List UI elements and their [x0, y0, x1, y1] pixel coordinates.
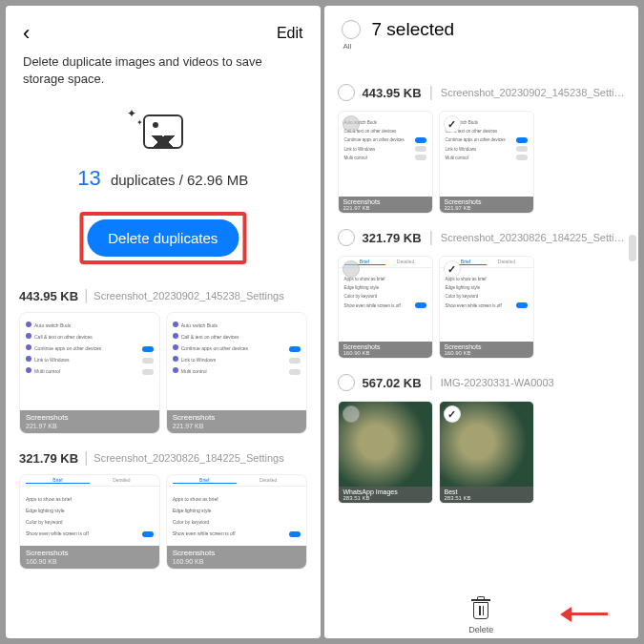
thumbnail[interactable]: Auto switch Buds Call & text on other de…: [439, 111, 534, 214]
group-header: 567.02 KB | IMG-20230331-WA0003: [324, 370, 639, 395]
group-header: 321.79 KB | Screenshot_20230826_184225_S…: [6, 449, 321, 467]
group-filename: Screenshot_20230902_145238_Settings: [93, 290, 306, 301]
group-size: 443.95 KB: [19, 289, 78, 303]
all-label: All: [343, 42, 352, 51]
delete-label[interactable]: Delete: [324, 625, 639, 634]
left-screen: ‹ Edit Delete duplicate images and video…: [6, 6, 321, 638]
thumbnail[interactable]: WhatsApp Images283.51 KB: [338, 401, 433, 504]
delete-duplicates-button[interactable]: Delete duplicates: [87, 219, 239, 257]
thumbnail[interactable]: Auto switch Buds Call & text on other de…: [19, 312, 160, 434]
thumbnail[interactable]: BriefDetailed Apps to show as brief Edge…: [439, 256, 534, 359]
thumb-checkbox[interactable]: [343, 115, 360, 133]
selection-count: 7 selected: [372, 19, 455, 40]
right-screen: 7 selected All 443.95 KB | Screenshot_20…: [324, 6, 639, 638]
thumb-checkbox[interactable]: [343, 260, 360, 278]
trash-icon[interactable]: [473, 602, 488, 619]
thumbnail[interactable]: BriefDetailed Apps to show as brief Edge…: [19, 474, 160, 570]
group-header: 321.79 KB | Screenshot_20230826_184225_S…: [324, 225, 639, 250]
arrow-annotation: [560, 607, 571, 622]
thumbnail[interactable]: BriefDetailed Apps to show as brief Edge…: [338, 256, 433, 359]
thumb-checkbox-checked[interactable]: [444, 260, 461, 278]
duplicate-count: 13: [77, 166, 100, 190]
group-filename: Screenshot_20230826_184225_Settings: [93, 452, 306, 464]
group-header: 443.95 KB | Screenshot_20230902_145238_S…: [6, 287, 321, 304]
scrollbar[interactable]: [629, 235, 636, 261]
highlight-box: Delete duplicates: [79, 212, 246, 264]
group-size: 321.79 KB: [19, 451, 78, 466]
group-header: 443.95 KB | Screenshot_20230902_145238_S…: [324, 80, 639, 105]
thumb-checkbox-checked[interactable]: [444, 405, 461, 423]
select-all-checkbox[interactable]: [342, 20, 361, 39]
thumbnail[interactable]: Best283.51 KB: [439, 401, 534, 504]
thumb-checkbox-checked[interactable]: [444, 115, 461, 133]
group-checkbox[interactable]: [338, 229, 355, 246]
thumbnail[interactable]: Auto switch Buds Call & text on other de…: [338, 111, 433, 214]
duplicate-stats: 13 duplicates / 62.96 MB: [6, 166, 321, 191]
back-icon[interactable]: ‹: [23, 21, 30, 46]
group-checkbox[interactable]: [338, 374, 355, 391]
thumb-checkbox[interactable]: [343, 405, 360, 423]
arrow-annotation: [568, 613, 608, 615]
subtitle-text: Delete duplicate images and videos to sa…: [6, 53, 321, 88]
thumbnail[interactable]: BriefDetailed Apps to show as brief Edge…: [166, 474, 307, 570]
group-checkbox[interactable]: [338, 84, 355, 101]
hero-icon: ✦ ✦: [6, 111, 321, 153]
thumbnail[interactable]: Auto switch Buds Call & text on other de…: [166, 312, 307, 434]
edit-button[interactable]: Edit: [277, 25, 303, 42]
